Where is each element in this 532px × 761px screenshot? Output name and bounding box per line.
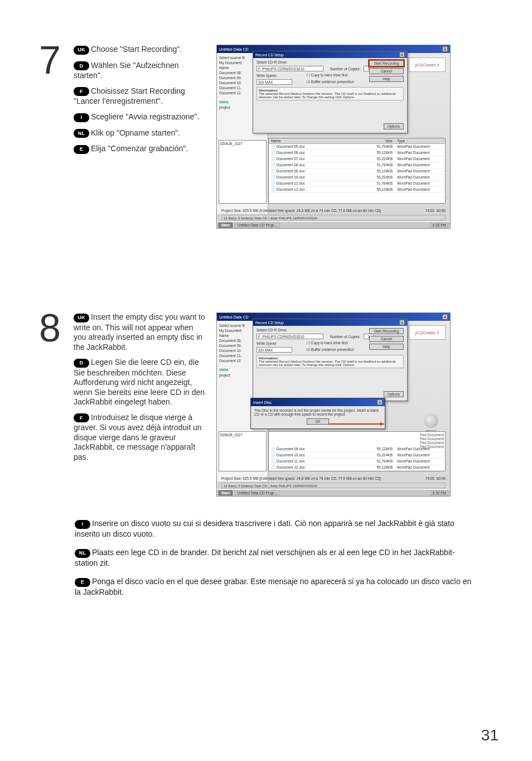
file-list: Pad DocumentPad DocumentPad DocumentPad …	[268, 431, 446, 471]
taskbar: Start Untitled Data CD Proje... 6:32 PM	[217, 221, 450, 228]
dialog-titlebar: Record CD Setup×	[253, 51, 407, 58]
pill-i: I	[74, 113, 89, 122]
table-row[interactable]: 📄 Document 10.doc53,224KBWordPad Documen…	[269, 175, 445, 181]
start-button[interactable]: Start	[219, 490, 233, 495]
record-setup-dialog: Record CD Setup× Select CD-R Drive: F: P…	[253, 319, 408, 401]
step7-f: Choisissez Start Recording "Lancer l'enr…	[74, 86, 185, 106]
taskbar-clock: 6:32 PM	[431, 223, 448, 228]
dialog-title: Record CD Setup	[255, 321, 284, 325]
file-list: Name Size Type 📄 Document 05.doc51,784KB…	[268, 138, 446, 204]
pill-d: D	[74, 61, 89, 70]
copies-label: Number of Copies:	[330, 335, 360, 339]
drive-label: Select CD-R Drive:	[257, 60, 300, 64]
buffer-check[interactable]: ☑ Buffer underrun prevention	[307, 80, 354, 84]
step8-e: Ponga el disco vacío en el que desee gra…	[75, 577, 471, 596]
speed-select[interactable]: 32x MAX	[257, 79, 292, 85]
table-row[interactable]: 📄 Document 08.doc51,784KBWordPad Documen…	[269, 162, 445, 168]
step7-d: Wählen Sie "Aufzeichnen starten".	[74, 61, 179, 80]
project-tree[interactable]: 020628_1027	[219, 140, 267, 204]
status-bar: 12 file(s), 0 folder(s) Data CD / Joliet…	[221, 483, 446, 488]
table-row[interactable]: 📄 Document 12.doc55,128KBWordPad Documen…	[269, 465, 445, 471]
table-row[interactable]: 📄 Document 09.doc55,128KBWordPad Documen…	[269, 446, 445, 452]
close-icon[interactable]: ×	[399, 320, 405, 325]
record-setup-dialog: Record CD Setup× Select CD-R Drive: F: P…	[253, 51, 408, 133]
pill-e: E	[74, 145, 89, 154]
step8-f: Introduisez le disque vierge à graver. S…	[74, 413, 202, 461]
step7-text: UKChoose "Start Recording". DWählen Sie …	[74, 45, 213, 229]
pill-uk: UK	[74, 46, 89, 55]
screenshot-step8: Untitled Data CD× Select source fil My D…	[216, 312, 451, 497]
table-row[interactable]: 📄 Document 11.doc51,784KBWordPad Documen…	[269, 459, 445, 465]
col-size[interactable]: Size	[367, 138, 395, 143]
close-icon[interactable]: ×	[399, 52, 405, 57]
pill-f: F	[74, 87, 89, 96]
app-title: Untitled Data CD	[219, 315, 249, 319]
step-number-7: 7	[39, 45, 70, 229]
options-button[interactable]: Options	[384, 123, 404, 129]
cancel-button[interactable]: Cancel	[369, 68, 404, 74]
record-icon	[424, 413, 438, 428]
step7-nl: Klik op "Opname starten".	[91, 128, 180, 137]
step7-uk: Choose "Start Recording".	[91, 45, 182, 54]
dialog-titlebar: Record CD Setup×	[253, 319, 407, 326]
close-icon[interactable]: ×	[442, 46, 448, 52]
table-row[interactable]: 📄 Document 06.doc55,128KBWordPad Documen…	[269, 150, 445, 156]
options-button[interactable]: Options	[384, 391, 404, 397]
step8-lower-text: IInserire un disco vuoto su cui si desid…	[75, 519, 476, 597]
info-box: Information:The selected Record Method f…	[257, 87, 404, 100]
cancel-button[interactable]: Cancel	[369, 336, 404, 342]
info-box: Information:The selected Record Method f…	[257, 355, 404, 368]
table-row[interactable]: 📄 Document 07.doc53,224KBWordPad Documen…	[269, 156, 445, 162]
screenshot-step7: Untitled Data CD× Select source fil My D…	[216, 45, 451, 229]
taskbar-item[interactable]: Untitled Data CD Proje...	[235, 223, 280, 228]
taskbar-clock: 6:32 PM	[431, 490, 448, 495]
project-size: Project Size: 625.5 MB (Estimated free s…	[221, 209, 446, 213]
col-type[interactable]: Type	[395, 138, 445, 143]
dialog-title: Record CD Setup	[255, 53, 284, 57]
step8-i: Inserire un disco vuoto su cui si deside…	[75, 519, 454, 538]
insert-disc-title: Insert Disc	[253, 401, 272, 404]
start-recording-button[interactable]: Start Recording	[369, 60, 404, 66]
start-recording-button[interactable]: Start Recording	[369, 328, 404, 334]
table-row[interactable]: 📄 Document 09.doc55,128KBWordPad Documen…	[269, 168, 445, 175]
step7-i: Scegliere "Avvia registrazione".	[91, 112, 199, 121]
ok-button[interactable]: OK	[307, 418, 329, 425]
record-button[interactable]: record	[417, 413, 446, 433]
brand-badge: yCDCreator 5	[409, 325, 446, 340]
speed-select[interactable]: 32x MAX	[257, 347, 292, 353]
page-number: 31	[481, 726, 499, 744]
step8-nl: Plaats een lege CD in de brander. Dit be…	[75, 548, 455, 567]
pill-nl: NL	[74, 129, 89, 138]
pill-e: E	[75, 578, 90, 587]
start-button[interactable]: Start	[219, 223, 233, 228]
table-row[interactable]: 📄 Document 10.doc53,224KBWordPad Documen…	[269, 452, 445, 459]
close-icon[interactable]: ×	[442, 314, 448, 320]
drive-select[interactable]: F: PHILIPS CDRWDVD3210	[257, 334, 323, 339]
taskbar: Start Untitled Data CD Proje... 6:32 PM	[217, 489, 450, 496]
project-size: Project Size: 625.5 MB (Estimated free s…	[221, 476, 446, 480]
col-name[interactable]: Name	[269, 138, 367, 143]
drive-label: Select CD-R Drive:	[257, 328, 300, 332]
step8-d: Legen Sie die leere CD ein, die Sie besc…	[74, 358, 205, 406]
table-row[interactable]: 📄 Document 11.doc51,784KBWordPad Documen…	[269, 181, 445, 187]
project-tree[interactable]: 020628_1027	[219, 431, 267, 471]
copies-label: Number of Copies:	[330, 67, 360, 71]
taskbar-item[interactable]: Untitled Data CD Proje...	[235, 490, 280, 495]
app-title: Untitled Data CD	[219, 47, 249, 51]
copy-hd-check[interactable]: ☐ Copy to hard drive first	[307, 341, 347, 345]
buffer-check[interactable]: ☑ Buffer underrun prevention	[307, 348, 354, 352]
insert-disc-titlebar: Insert Disc×	[251, 398, 385, 406]
partial-types: Pad DocumentPad DocumentPad DocumentPad …	[420, 433, 444, 449]
table-row[interactable]: 📄 Document 05.doc51,784KBWordPad Documen…	[269, 144, 445, 150]
help-button[interactable]: Help	[369, 344, 404, 350]
table-row[interactable]: 📄 Document 12.doc55,128KBWordPad Documen…	[269, 187, 445, 193]
drive-select[interactable]: F: PHILIPS CDRWDVD3210	[257, 66, 323, 71]
step8-text: UKInsert the empty disc you want to writ…	[74, 312, 213, 497]
speed-label: Write Speed	[257, 341, 300, 345]
help-button[interactable]: Help	[369, 76, 404, 82]
copy-hd-check[interactable]: ☐ Copy to hard drive first	[307, 73, 347, 78]
pill-i: I	[75, 520, 90, 529]
step8-uk: Insert the empty disc you want to write …	[74, 312, 205, 351]
close-icon[interactable]: ×	[377, 399, 383, 405]
pill-uk: UK	[74, 314, 89, 322]
